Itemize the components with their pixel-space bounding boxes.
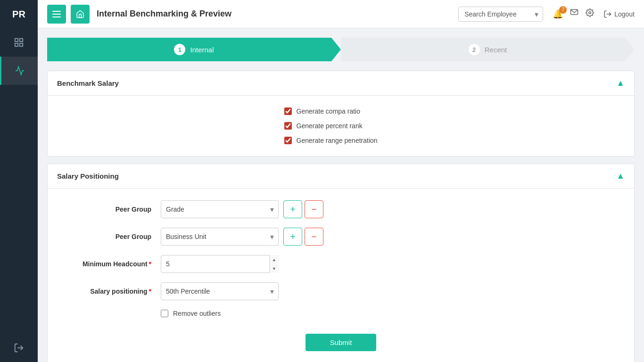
salary-positioning-body: Peer Group Grade Department Business Uni…	[48, 189, 634, 362]
benchmark-checkboxes: Generate compa ratio Generate percent ra…	[284, 107, 625, 144]
salary-positioning-select-wrapper: 25th Percentile 50th Percentile 75th Per…	[161, 282, 279, 300]
percent-rank-checkbox[interactable]	[284, 122, 292, 130]
remove-outliers-wrapper: Remove outliers	[161, 310, 221, 317]
percent-rank-item: Generate percent rank	[284, 122, 363, 130]
percent-rank-label[interactable]: Generate percent rank	[297, 122, 363, 130]
salary-pos-required-asterisk: *	[149, 288, 151, 295]
peer-group-1-row: Peer Group Grade Department Business Uni…	[57, 200, 625, 218]
svg-rect-1	[20, 39, 23, 41]
peer-group-2-add-button[interactable]: +	[283, 228, 302, 246]
svg-rect-0	[15, 39, 18, 41]
peer-group-2-row: Peer Group Grade Department Business Uni…	[57, 228, 625, 246]
salary-positioning-field-label: Salary positioning*	[57, 288, 151, 295]
headcount-required-asterisk: *	[149, 260, 151, 268]
notification-icon[interactable]: 🔔 7	[553, 9, 563, 19]
salary-positioning-collapse-icon: ▲	[616, 171, 625, 181]
benchmark-salary-card: Benchmark Salary ▲ Generate compa ratio …	[47, 71, 635, 156]
salary-positioning-card: Salary Positioning ▲ Peer Group Grade De…	[47, 164, 635, 362]
peer-group-1-wrapper: Grade Department Business Unit Location	[161, 200, 279, 218]
salary-positioning-select[interactable]: 25th Percentile 50th Percentile 75th Per…	[161, 282, 279, 300]
step-2-num: 2	[469, 44, 480, 55]
compa-ratio-item: Generate compa ratio	[284, 107, 360, 115]
peer-group-2-buttons: + −	[279, 228, 323, 246]
navbar: Internal Benchmarking & Preview Search E…	[38, 0, 644, 28]
benchmark-salary-body: Generate compa ratio Generate percent ra…	[48, 96, 634, 156]
menu-toggle-button[interactable]	[47, 5, 66, 24]
sidebar: PR	[0, 0, 38, 362]
headcount-spinner: ▲ ▼	[269, 255, 279, 273]
benchmark-collapse-icon: ▲	[616, 78, 625, 88]
submit-container: Submit	[57, 327, 625, 358]
step-2-label: Recent	[485, 46, 507, 54]
logout-button[interactable]: Logout	[603, 10, 635, 18]
benchmark-salary-header[interactable]: Benchmark Salary ▲	[48, 71, 634, 96]
svg-rect-7	[52, 16, 61, 17]
remove-outliers-checkbox[interactable]	[161, 310, 168, 317]
submit-button[interactable]: Submit	[305, 334, 376, 351]
svg-point-9	[589, 12, 591, 14]
minimum-headcount-input[interactable]	[161, 255, 279, 273]
range-penetration-label[interactable]: Generate range penetration	[297, 137, 378, 144]
minimum-headcount-wrapper: ▲ ▼	[161, 255, 279, 273]
stepper: 1 Internal 2 Recent	[47, 38, 635, 61]
message-icon[interactable]	[570, 8, 578, 19]
range-penetration-item: Generate range penetration	[284, 137, 378, 144]
step-recent[interactable]: 2 Recent	[341, 38, 635, 61]
step-1-label: Internal	[190, 46, 214, 54]
svg-rect-5	[52, 11, 61, 12]
svg-rect-3	[20, 43, 23, 46]
notification-badge: 7	[559, 6, 567, 14]
main-content: 1 Internal 2 Recent Benchmark Salary ▲ G…	[38, 0, 644, 362]
svg-rect-2	[15, 43, 18, 46]
remove-outliers-row: Remove outliers	[57, 310, 625, 317]
search-employee-select[interactable]: Search Employee	[458, 7, 543, 22]
peer-group-1-add-button[interactable]: +	[283, 200, 302, 218]
settings-icon[interactable]	[586, 8, 594, 19]
peer-group-1-remove-button[interactable]: −	[305, 200, 323, 218]
peer-group-2-select[interactable]: Grade Department Business Unit Location	[161, 228, 279, 246]
sidebar-item-logout[interactable]	[0, 334, 38, 362]
step-1-num: 1	[174, 44, 185, 55]
home-button[interactable]	[71, 5, 90, 24]
headcount-up-button[interactable]: ▲	[270, 255, 279, 264]
minimum-headcount-label: Minimum Headcount*	[57, 260, 151, 268]
sidebar-item-dashboard[interactable]	[0, 28, 38, 57]
brand-logo: PR	[0, 0, 38, 28]
peer-group-2-label: Peer Group	[57, 233, 151, 240]
logout-label: Logout	[614, 10, 635, 18]
salary-positioning-header[interactable]: Salary Positioning ▲	[48, 164, 634, 189]
salary-positioning-field-row: Salary positioning* 25th Percentile 50th…	[57, 282, 625, 300]
salary-positioning-title: Salary Positioning	[57, 172, 119, 180]
svg-rect-6	[52, 14, 61, 15]
peer-group-1-buttons: + −	[279, 200, 323, 218]
peer-group-2-wrapper: Grade Department Business Unit Location	[161, 228, 279, 246]
step-internal[interactable]: 1 Internal	[47, 38, 341, 61]
navbar-icons: 🔔 7 Logout	[553, 8, 635, 19]
headcount-down-button[interactable]: ▼	[270, 264, 279, 273]
peer-group-2-remove-button[interactable]: −	[305, 228, 323, 246]
page-title: Internal Benchmarking & Preview	[97, 9, 458, 19]
peer-group-1-label: Peer Group	[57, 206, 151, 213]
compa-ratio-label[interactable]: Generate compa ratio	[297, 107, 360, 115]
sidebar-item-benchmarking[interactable]	[0, 57, 38, 85]
minimum-headcount-row: Minimum Headcount* ▲ ▼	[57, 255, 625, 273]
remove-outliers-label[interactable]: Remove outliers	[173, 310, 221, 317]
search-employee-wrapper: Search Employee	[458, 7, 543, 22]
peer-group-1-select[interactable]: Grade Department Business Unit Location	[161, 200, 279, 218]
compa-ratio-checkbox[interactable]	[284, 107, 292, 115]
range-penetration-checkbox[interactable]	[284, 137, 292, 144]
benchmark-salary-title: Benchmark Salary	[57, 79, 119, 87]
